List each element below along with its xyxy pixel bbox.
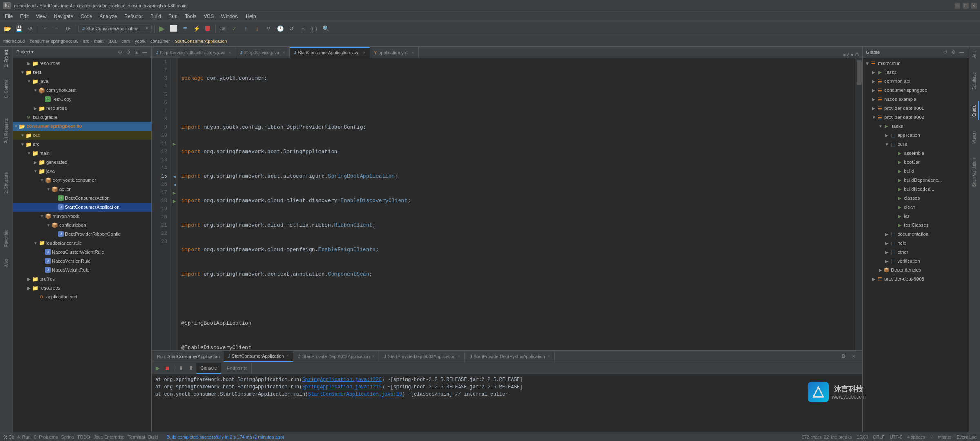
panel-minimize-btn[interactable]: —	[141, 49, 148, 56]
toolbar-back-btn[interactable]: ←	[40, 24, 50, 33]
run-config-dropdown[interactable]: J StartConsumerApplication ▾	[78, 24, 152, 32]
menu-file[interactable]: File	[2, 13, 16, 20]
status-position[interactable]: 15:60	[857, 434, 868, 439]
menu-window[interactable]: Window	[218, 13, 242, 20]
status-build[interactable]: Build	[148, 434, 158, 439]
status-problems[interactable]: 6: Problems	[34, 434, 58, 439]
gradle-item-verification[interactable]: ▶ ⬚ verification	[863, 256, 969, 265]
menu-vcs[interactable]: VCS	[200, 13, 217, 20]
tab-settings-btn[interactable]: ⚙	[855, 52, 859, 58]
maximize-button[interactable]: □	[963, 3, 969, 9]
debug-button[interactable]: ⬜	[169, 24, 178, 33]
toolbar-git-check[interactable]: ✓	[229, 24, 239, 33]
bc-microcloud[interactable]: microcloud	[3, 39, 25, 44]
bc-consumer[interactable]: consumer-springboot-80	[30, 39, 78, 44]
status-encoding[interactable]: UTF-8	[890, 434, 902, 439]
tab-close-btn[interactable]: ×	[229, 50, 231, 55]
run-settings-btn[interactable]: ⚙	[840, 352, 848, 361]
toolbar-git-diff[interactable]: ⬚	[310, 24, 319, 33]
tree-item-com-yootk-consumer[interactable]: ▼ 📦 com.yootk.consumer	[13, 176, 151, 185]
bc-consumer-pkg[interactable]: consumer	[150, 39, 170, 44]
code-editor[interactable]: package com.yootk.consumer; import muyan…	[178, 58, 855, 350]
gradle-item-help[interactable]: ▶ ⬚ help	[863, 238, 969, 247]
toolbar-git-btn[interactable]: Git:	[218, 24, 228, 33]
run-tab-hystrix[interactable]: J StartProviderDeptHystrixApplication ×	[466, 351, 554, 362]
vtab-database[interactable]: Database	[970, 69, 979, 93]
toolbar-sync-btn[interactable]: ↺	[25, 24, 35, 33]
gradle-item-assemble[interactable]: ▶ ▶ assemble	[863, 149, 969, 158]
gradle-sync-btn[interactable]: ↺	[942, 49, 949, 56]
bc-java[interactable]: java	[109, 39, 117, 44]
toolbar-git-log[interactable]: 🕐	[275, 24, 285, 33]
menu-navigate[interactable]: Navigate	[51, 13, 76, 20]
run-tab-close[interactable]: ×	[458, 354, 461, 359]
status-event-log[interactable]: Event Log	[956, 434, 977, 439]
endpoints-tab[interactable]: Endpoints	[223, 363, 252, 374]
run-button[interactable]: ▶	[157, 24, 167, 33]
toolbar-open-btn[interactable]: 📂	[2, 24, 12, 33]
gutter-11[interactable]: ▶	[171, 140, 178, 148]
scroll-thumb[interactable]	[857, 60, 862, 85]
gradle-item-application[interactable]: ▶ ⬚ application	[863, 131, 969, 140]
gradle-item-build-needed[interactable]: ▶ ▶ buildNeeded...	[863, 185, 969, 194]
console-scroll-bot-btn[interactable]: ⬇	[187, 364, 195, 372]
run-close-btn[interactable]: ×	[849, 352, 858, 361]
gradle-item-bootjar[interactable]: ▶ ▶ bootJar	[863, 158, 969, 167]
tab-close-btn[interactable]: ×	[283, 50, 285, 55]
stop-button[interactable]: ⏹	[203, 24, 213, 33]
vtab-gradle[interactable]: Gradle	[970, 101, 979, 120]
menu-build[interactable]: Build	[147, 13, 165, 20]
tree-item-main[interactable]: ▼ 📁 main	[13, 149, 151, 158]
tree-item-dept-consumer-action[interactable]: ▶ C DeptConsumerAction	[13, 194, 151, 203]
sidebar-web-icon[interactable]: Web	[1, 257, 12, 269]
gradle-item-other[interactable]: ▶ ⬚ other	[863, 247, 969, 256]
console-stop-btn[interactable]: ⏹	[163, 364, 172, 372]
bc-start-app[interactable]: StartConsumerApplication	[175, 39, 227, 44]
status-run[interactable]: 4: Run	[17, 434, 30, 439]
tree-item-test-java[interactable]: ▼ 📁 java	[13, 77, 151, 86]
toolbar-git-merge[interactable]: ⑁	[298, 24, 308, 33]
tree-item-application-yml[interactable]: ▶ ⚙ application.yml	[13, 292, 151, 301]
menu-analyze[interactable]: Analyze	[96, 13, 120, 20]
vtab-ant[interactable]: Ant	[970, 48, 979, 61]
close-button[interactable]: ×	[971, 3, 977, 9]
sidebar-pull-requests-icon[interactable]: Pull Requests	[1, 117, 12, 145]
gradle-item-classes[interactable]: ▶ ▶ classes	[863, 194, 969, 203]
bc-main[interactable]: main	[94, 39, 104, 44]
toolbar-forward-btn[interactable]: →	[52, 24, 62, 33]
status-todo[interactable]: TODO	[77, 434, 90, 439]
vtab-bean-validation[interactable]: Bean Validation	[970, 155, 979, 190]
console-link-3[interactable]: StartConsumerApplication.java:19	[308, 391, 402, 398]
gradle-item-consumer-springboo[interactable]: ▶ ☰ consumer-springboo	[863, 86, 969, 95]
gradle-item-provider-8001[interactable]: ▶ ☰ provider-dept-8001	[863, 104, 969, 113]
status-spring[interactable]: Spring	[61, 434, 74, 439]
toolbar-save-btn[interactable]: 💾	[14, 24, 24, 33]
toolbar-git-push[interactable]: ↑	[241, 24, 251, 33]
toolbar-git-branch[interactable]: ⑂	[264, 24, 274, 33]
panel-sync-btn[interactable]: ⚙	[116, 49, 124, 56]
gradle-item-tasks-root[interactable]: ▶ ▶ Tasks	[863, 68, 969, 77]
tree-item-test-resources[interactable]: ▶ 📁 resources	[13, 104, 151, 113]
tree-item-dept-provider-ribbon-config[interactable]: ▶ J DeptProviderRibbonConfig	[13, 229, 151, 238]
tree-item-testcopy[interactable]: ▶ C TestCopy	[13, 95, 151, 104]
menu-refactor[interactable]: Refactor	[121, 13, 146, 20]
toolbar-git-revert[interactable]: ↺	[287, 24, 296, 33]
tab-expand[interactable]: ▾	[851, 52, 853, 58]
tab-close-btn[interactable]: ×	[412, 50, 414, 55]
tab-close-btn[interactable]: ×	[363, 50, 365, 55]
console-run-btn[interactable]: ▶	[154, 364, 162, 372]
tree-item-loadbalancer-rule[interactable]: ▼ 📁 loadbalancer.rule	[13, 238, 151, 247]
gutter-18[interactable]: ▶	[171, 197, 178, 205]
tree-item-consumer-module[interactable]: ▼ 📂 consumer-springboot-80	[13, 122, 151, 131]
gradle-item-provider-8002[interactable]: ▼ ☰ provider-dept-8002	[863, 113, 969, 122]
menu-code[interactable]: Code	[77, 13, 96, 20]
profile-button[interactable]: ⚡	[192, 24, 201, 33]
tree-item-nacos-weight-rule[interactable]: ▶ J NacosWeightRule	[13, 265, 151, 274]
sidebar-favorites-icon[interactable]: Favorites	[1, 228, 12, 248]
bc-src[interactable]: src	[83, 39, 89, 44]
tab-start-consumer-app[interactable]: J StartConsumerApplication.java ×	[290, 47, 370, 58]
tree-item-com-yootk-test[interactable]: ▼ 📦 com.yootk.test	[13, 86, 151, 95]
gradle-settings-btn[interactable]: ⚙	[950, 49, 957, 56]
tree-item-muyan-yootk[interactable]: ▼ 📦 muyan.yootk	[13, 212, 151, 220]
run-tab-close[interactable]: ×	[286, 354, 289, 358]
